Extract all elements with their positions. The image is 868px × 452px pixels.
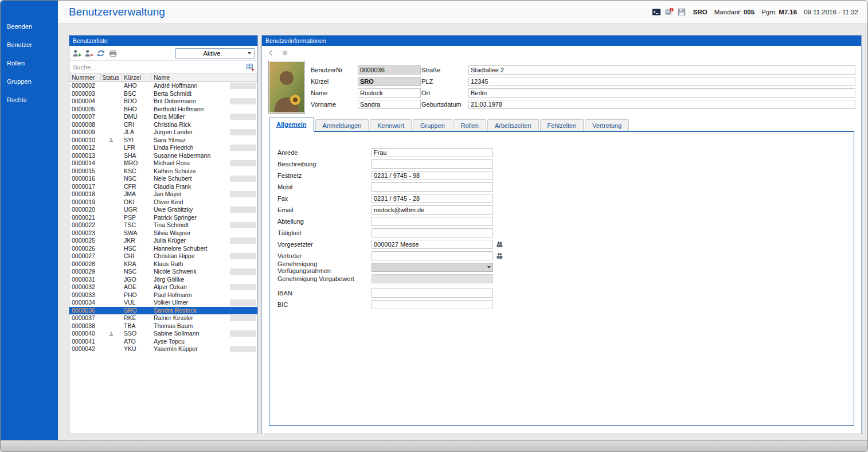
sidebar-menu: BeendenBenutzerRollenGruppenRechte — [1, 1, 58, 114]
filter-dropdown[interactable]: Aktive — [175, 48, 255, 59]
cell-status — [101, 144, 122, 152]
field-tatigkeit[interactable] — [372, 228, 493, 237]
field-vertreter[interactable] — [372, 251, 493, 260]
field-festnetz[interactable] — [372, 171, 493, 180]
table-search-icon[interactable] — [246, 63, 255, 72]
field-beschreibung[interactable] — [372, 159, 493, 169]
field-genehmigung-verfugungsrahmen[interactable] — [372, 263, 493, 272]
column-header-status[interactable]: Status — [101, 73, 122, 81]
table-row[interactable]: 0000015KSCKathrin Schulze — [69, 167, 257, 176]
table-row[interactable]: 0000016NSCNele Schubert — [69, 175, 257, 183]
field-vorname[interactable] — [358, 100, 421, 109]
field-label-plz: PLZ — [421, 78, 468, 85]
field-label-geburtsdatum: Geburtsdatum — [421, 101, 468, 108]
binoculars-icon[interactable] — [496, 241, 503, 248]
table-row[interactable]: 0000017CFRClaudia Frank — [69, 183, 257, 191]
tab-gruppen[interactable]: Gruppen — [413, 119, 452, 131]
table-row[interactable]: 0000026HSCHannelore Schubert — [69, 245, 257, 253]
tab-fehlzeiten[interactable]: Fehlzeiten — [540, 119, 584, 131]
table-row[interactable]: 0000004BDOBrit Dobermann — [69, 98, 257, 106]
tab-rollen[interactable]: Rollen — [453, 119, 486, 131]
tab-vertretung[interactable]: Vertretung — [585, 119, 629, 131]
field-mobil[interactable] — [372, 182, 493, 192]
table-row[interactable]: 0000032AOEAlper Özkan — [69, 283, 257, 291]
sidebar-item-rechte[interactable]: Rechte — [1, 96, 58, 114]
field-plz[interactable] — [468, 77, 855, 86]
column-header-name[interactable]: Name — [151, 73, 257, 81]
field-name[interactable] — [358, 88, 421, 98]
nav-left-icon[interactable] — [267, 48, 276, 57]
table-row[interactable]: 0000009JLAJürgen Lander — [69, 128, 257, 137]
table-row[interactable]: 0000027CHIChristian Hippe — [69, 252, 257, 260]
sidebar-item-beenden[interactable]: Beenden — [1, 22, 58, 41]
search-input[interactable] — [72, 63, 246, 71]
table-row[interactable]: 0000005BHOBerthold Hoffmann — [69, 106, 257, 114]
table-row[interactable]: 0000002AHOAndré Hoffmann — [69, 82, 257, 90]
tab-anmeldungen[interactable]: Anmeldungen — [315, 119, 369, 131]
table-row[interactable]: 0000018JMAJan Mayer — [69, 190, 257, 198]
table-row[interactable]: 0000019OKIOliver Kind — [69, 198, 257, 206]
cell-kuerzel: SYI — [122, 137, 151, 145]
refresh-icon[interactable] — [96, 49, 105, 58]
cell-kuerzel: ATO — [122, 338, 151, 346]
field-vorgesetzter[interactable] — [372, 240, 493, 249]
sidebar-item-gruppen[interactable]: Gruppen — [1, 77, 58, 96]
field-anrede[interactable] — [372, 148, 493, 157]
table-row[interactable]: 0000025JKRJulia Krüger — [69, 237, 257, 245]
cell-name: Michael Ross — [151, 159, 230, 167]
save-icon[interactable] — [677, 7, 686, 17]
table-row[interactable]: 0000033PHOPaul Hofmann — [69, 291, 257, 299]
sidebar-item-benutzer[interactable]: Benutzer — [1, 41, 58, 59]
table-row[interactable]: 0000040SSOSabine Sollmann — [69, 330, 257, 338]
table-row[interactable]: 0000010SYISara Yilmaz — [69, 137, 257, 145]
table-row[interactable]: 0000037RKERainer Kessler — [69, 314, 257, 322]
cell-kuerzel: AOE — [122, 283, 151, 291]
table-row[interactable]: 0000029NSCNicole Schwenk — [69, 268, 257, 276]
field-strasse[interactable] — [468, 65, 855, 75]
table-row[interactable]: 0000022TSCTina Schmidt — [69, 221, 257, 229]
table-row[interactable]: 0000008CRIChristina Rick — [69, 121, 257, 129]
add-user-icon[interactable] — [72, 49, 81, 58]
table-row[interactable]: 0000020UGRUwe Grabitzky — [69, 206, 257, 214]
alert-icon[interactable] — [664, 7, 674, 17]
remove-user-icon[interactable] — [84, 49, 93, 58]
table-row[interactable]: 0000038TBAThomas Baum — [69, 322, 257, 330]
print-icon[interactable] — [108, 49, 118, 58]
field-label-vertreter: Vertreter — [277, 252, 372, 259]
tab-allgemein[interactable]: Allgemein — [269, 118, 314, 132]
column-header-nummer[interactable]: Nummer — [69, 73, 101, 81]
cell-name: Sandra Rostock — [151, 307, 230, 315]
field-ort[interactable] — [468, 88, 855, 98]
field-email[interactable] — [372, 205, 493, 215]
cell-nummer: 0000025 — [69, 237, 101, 245]
cell-kuerzel: SSO — [122, 330, 151, 338]
tab-kennwort[interactable]: Kennwort — [370, 119, 411, 131]
field-geburtsdatum[interactable] — [468, 100, 855, 109]
table-row[interactable]: 0000034VULVolker Ulmer — [69, 299, 257, 307]
field-bic[interactable] — [372, 300, 493, 309]
cell-status — [101, 345, 122, 353]
column-header-kurzel[interactable]: Kürzel — [122, 73, 151, 81]
table-row[interactable]: 0000041ATOAyse Topcu — [69, 338, 257, 346]
tab-arbeitszeiten[interactable]: Arbeitszeiten — [487, 119, 539, 131]
cell-status — [101, 190, 122, 198]
terminal-icon[interactable] — [652, 7, 661, 17]
table-row[interactable]: 0000031JGOJörg Göllke — [69, 276, 257, 284]
userlist-toolbar: Aktive — [69, 46, 257, 61]
field-iban[interactable] — [372, 289, 493, 298]
table-row[interactable]: 0000042YKUYasemin Küpper — [69, 345, 257, 353]
table-row[interactable]: 0000013SHASusanne Habermann — [69, 152, 257, 160]
asterisk-icon[interactable] — [280, 48, 290, 57]
binoculars-icon[interactable] — [496, 252, 503, 260]
table-row[interactable]: 0000007DMUDora Müller — [69, 113, 257, 121]
table-row[interactable]: 0000012LFRLinda Friedrich — [69, 144, 257, 152]
field-fax[interactable] — [372, 194, 493, 203]
table-row[interactable]: 0000036SROSandra Rostock — [69, 307, 257, 315]
table-row[interactable]: 0000028KRAKlaus Rath — [69, 260, 257, 268]
sidebar-item-rollen[interactable]: Rollen — [1, 59, 58, 77]
field-abteilung[interactable] — [372, 217, 493, 226]
table-row[interactable]: 0000021PSPPatrick Springer — [69, 214, 257, 222]
table-row[interactable]: 0000014MROMichael Ross — [69, 159, 257, 167]
table-row[interactable]: 0000023SWASilvia Wagner — [69, 229, 257, 237]
table-row[interactable]: 0000003BSCBerta Schmidt — [69, 90, 257, 98]
